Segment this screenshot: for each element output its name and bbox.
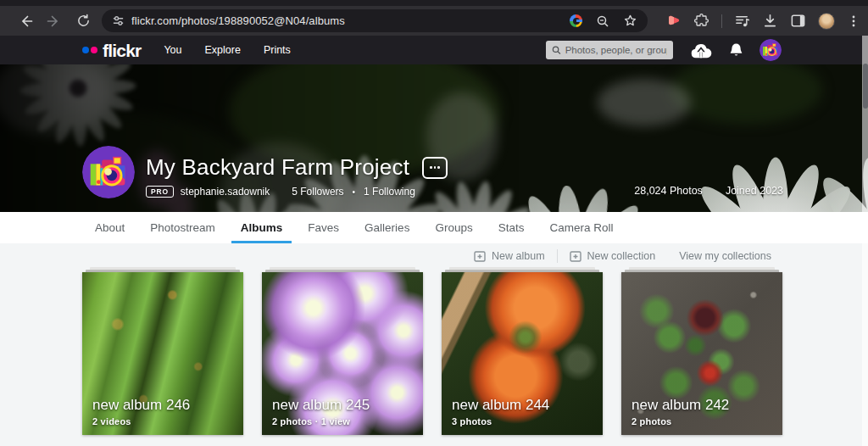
window-top-strip xyxy=(0,0,868,6)
albums-toolbar: New album New collection View my collect… xyxy=(0,243,868,269)
tab-galleries[interactable]: Galleries xyxy=(352,212,422,243)
tab-camera-roll[interactable]: Camera Roll xyxy=(537,212,626,243)
forward-button[interactable] xyxy=(44,11,64,31)
nav-explore[interactable]: Explore xyxy=(205,44,241,56)
flickr-logo-dots-icon xyxy=(82,47,97,53)
flickr-nav: You Explore Prints xyxy=(164,44,290,56)
joined-date: Joined 2023 xyxy=(726,185,783,197)
tab-groups[interactable]: Groups xyxy=(422,212,485,243)
screen: flickr.com/photos/198890052@N04/albums xyxy=(0,0,868,446)
album-title[interactable]: new album 244 xyxy=(452,397,594,414)
page-scrollbar[interactable] xyxy=(862,36,868,446)
new-album-button[interactable]: New album xyxy=(462,250,557,262)
downloads-icon[interactable] xyxy=(762,13,778,29)
search-box[interactable] xyxy=(546,41,673,59)
albums-grid: new album 246 2 videos new album 245 2 p… xyxy=(82,272,782,435)
album-meta: 2 photos · 1 view xyxy=(272,416,415,426)
flickr-logo[interactable]: flickr xyxy=(82,42,141,59)
nav-you[interactable]: You xyxy=(164,44,181,56)
album-card[interactable]: new album 246 2 videos xyxy=(82,272,243,435)
reload-button[interactable] xyxy=(73,11,93,31)
album-card[interactable]: new album 245 2 photos · 1 view xyxy=(262,272,423,435)
profile-avatar[interactable] xyxy=(82,146,135,198)
side-panel-icon[interactable] xyxy=(790,13,806,29)
photos-count: 28,024 Photos xyxy=(634,185,703,197)
page-title: My Backyard Farm Project xyxy=(146,155,409,180)
bookmark-star-icon[interactable] xyxy=(623,14,637,28)
new-album-icon xyxy=(474,250,486,262)
tab-about[interactable]: About xyxy=(82,212,137,243)
flickr-header: flickr You Explore Prints xyxy=(0,36,868,64)
browser-menu-icon[interactable] xyxy=(847,14,860,28)
album-card[interactable]: new album 242 2 photos xyxy=(621,272,782,435)
notifications-bell-icon[interactable] xyxy=(729,42,743,59)
zoom-icon[interactable] xyxy=(596,14,609,28)
following-count[interactable]: 1 Following xyxy=(364,186,415,198)
album-meta: 2 videos xyxy=(92,416,235,426)
album-title[interactable]: new album 242 xyxy=(632,397,774,414)
profile-tabs: About Photostream Albums Faves Galleries… xyxy=(0,212,868,243)
tab-stats[interactable]: Stats xyxy=(486,212,537,243)
pro-badge[interactable]: PRO xyxy=(146,186,174,198)
view-collections-link[interactable]: View my collections xyxy=(667,250,783,262)
profile-block: My Backyard Farm Project PRO stephanie.s… xyxy=(82,146,448,198)
tab-faves[interactable]: Faves xyxy=(295,212,352,243)
media-controls-icon[interactable] xyxy=(734,13,750,29)
followers-count[interactable]: 5 Followers xyxy=(292,186,343,198)
new-collection-button[interactable]: New collection xyxy=(558,250,668,262)
album-title[interactable]: new album 246 xyxy=(92,397,235,414)
url-text[interactable]: flickr.com/photos/198890052@N04/albums xyxy=(131,14,563,27)
album-title[interactable]: new album 245 xyxy=(272,397,415,414)
flickr-wordmark: flickr xyxy=(103,42,141,59)
new-collection-icon xyxy=(570,250,581,262)
more-options-button[interactable] xyxy=(422,157,448,179)
album-meta: 2 photos xyxy=(632,416,774,426)
browser-chrome: flickr.com/photos/198890052@N04/albums xyxy=(0,0,868,36)
search-icon xyxy=(552,45,561,55)
username: stephanie.sadownik xyxy=(181,186,270,198)
album-meta: 3 photos xyxy=(452,416,594,426)
site-settings-icon[interactable] xyxy=(112,14,125,27)
album-card[interactable]: new album 244 3 photos xyxy=(442,272,603,435)
cover-photo: My Backyard Farm Project PRO stephanie.s… xyxy=(0,64,868,212)
address-bar[interactable]: flickr.com/photos/198890052@N04/albums xyxy=(102,9,648,32)
cover-stats: 28,024 Photos Joined 2023 xyxy=(634,185,783,197)
google-icon[interactable] xyxy=(570,14,582,27)
pinned-extension-icon[interactable] xyxy=(666,14,682,29)
browser-profile-avatar[interactable] xyxy=(818,13,835,30)
scrollbar-thumb[interactable] xyxy=(863,64,868,109)
back-button[interactable] xyxy=(15,11,36,31)
tab-albums[interactable]: Albums xyxy=(228,212,296,243)
toolbar-separator xyxy=(721,14,722,28)
extensions-icon[interactable] xyxy=(693,13,709,29)
account-avatar[interactable] xyxy=(760,39,782,61)
upload-cloud-icon[interactable] xyxy=(689,42,713,59)
search-input[interactable] xyxy=(565,45,667,55)
tab-photostream[interactable]: Photostream xyxy=(137,212,228,243)
meta-separator: • xyxy=(353,187,356,197)
nav-prints[interactable]: Prints xyxy=(264,44,291,56)
